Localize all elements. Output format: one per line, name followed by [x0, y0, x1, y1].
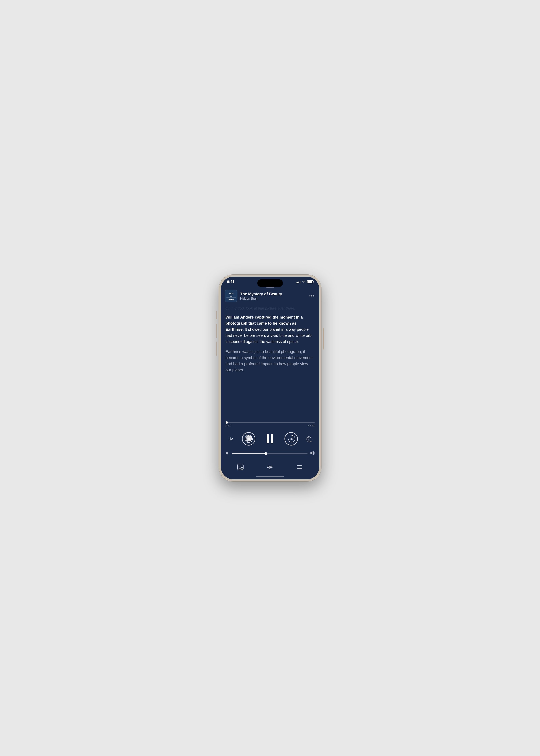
progress-thumb — [225, 421, 228, 424]
svg-rect-13 — [239, 467, 242, 467]
airplay-button[interactable] — [265, 462, 275, 472]
svg-rect-12 — [239, 466, 242, 466]
pause-button[interactable] — [262, 431, 278, 447]
volume-up-button[interactable] — [216, 324, 217, 338]
bottom-action-bar: ✦ — [221, 460, 319, 475]
svg-rect-14 — [239, 468, 241, 468]
playback-speed-button[interactable]: 1× — [227, 437, 235, 441]
volume-thumb — [264, 452, 267, 455]
transcript-icon: ✦ — [236, 463, 244, 471]
power-button[interactable] — [323, 328, 324, 349]
podcast-info: The Mystery of Beauty Hidden Brain — [240, 292, 308, 301]
rewind-button[interactable]: 15 15 — [242, 432, 255, 445]
queue-button[interactable] — [295, 462, 305, 472]
current-time: 0:42 — [225, 424, 230, 427]
sleep-timer-button[interactable] — [305, 435, 313, 443]
transcript-area: Oh my god, look at that picture over the… — [221, 305, 319, 420]
progress-track[interactable] — [225, 422, 315, 423]
podcast-header: HIDD EN BR■IN The Mystery of Beauty Hidd… — [221, 290, 319, 305]
mute-button[interactable] — [216, 311, 217, 319]
transcript-button[interactable]: ✦ — [235, 462, 245, 472]
svg-rect-18 — [297, 465, 302, 466]
rewind-circle-icon: 15 — [242, 433, 256, 446]
podcast-episode-title: The Mystery of Beauty — [240, 292, 308, 296]
podcast-logo: HIDD EN BR■IN — [225, 290, 237, 302]
status-icons — [296, 280, 313, 284]
battery-icon — [307, 280, 313, 283]
svg-text:✦: ✦ — [241, 468, 243, 470]
svg-text:EN: EN — [230, 295, 232, 298]
svg-rect-19 — [297, 467, 302, 467]
transcript-active-paragraph: William Anders captured the moment in a … — [225, 314, 315, 345]
phone-screen: 9:41 — [221, 277, 319, 479]
pause-icon — [267, 434, 273, 443]
volume-slider[interactable] — [232, 453, 308, 454]
svg-marker-17 — [269, 468, 271, 469]
svg-rect-3 — [226, 298, 236, 298]
status-time: 9:41 — [227, 280, 234, 284]
volume-fill — [232, 453, 266, 454]
svg-rect-20 — [297, 468, 302, 469]
airplay-icon — [266, 463, 274, 471]
queue-icon — [296, 463, 304, 471]
time-labels: 0:42 -49:50 — [225, 424, 315, 427]
transcript-fade-bottom — [221, 408, 319, 420]
wifi-icon — [302, 280, 306, 284]
podcast-show-name: Hidden Brain — [240, 297, 308, 301]
volume-row — [221, 450, 319, 460]
volume-high-icon — [310, 451, 315, 456]
more-options-button[interactable]: ••• — [308, 292, 315, 300]
controls-row: 1× 15 15 — [221, 427, 319, 450]
dynamic-island — [257, 279, 283, 287]
remaining-time: -49:50 — [307, 424, 315, 427]
playback-section: 0:42 -49:50 — [221, 420, 319, 427]
home-indicator — [256, 476, 284, 477]
signal-icon — [296, 281, 300, 283]
forward-button[interactable]: 30 — [285, 432, 298, 445]
transcript-fade-top — [221, 305, 319, 317]
svg-text:30: 30 — [290, 438, 293, 441]
phone-frame: 9:41 — [219, 275, 321, 481]
svg-text:HIDD: HIDD — [229, 293, 233, 295]
sleep-icon — [305, 435, 312, 442]
forward-circle-icon: 30 — [285, 433, 299, 446]
svg-text:15: 15 — [248, 438, 251, 441]
transcript-paragraph-2: Earthrise wasn't just a beautiful photog… — [225, 349, 315, 373]
volume-low-icon — [225, 451, 229, 456]
volume-down-button[interactable] — [216, 341, 217, 356]
svg-text:BR■IN: BR■IN — [228, 299, 234, 301]
